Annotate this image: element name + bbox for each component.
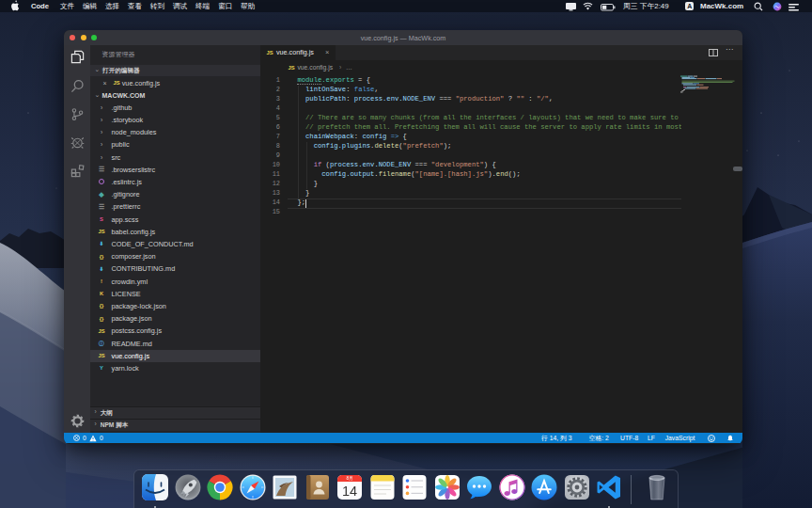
- svg-text:14: 14: [342, 484, 357, 499]
